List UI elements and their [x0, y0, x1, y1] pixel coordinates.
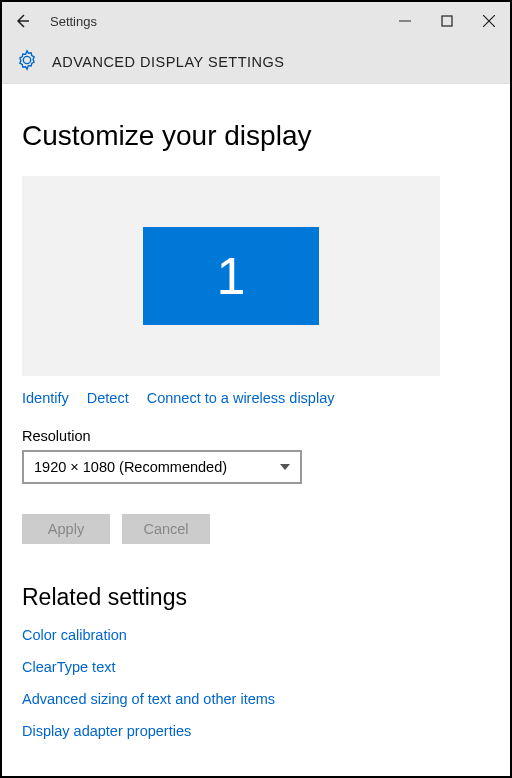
resolution-value: 1920 × 1080 (Recommended) [34, 459, 227, 475]
chevron-down-icon [280, 464, 290, 470]
resolution-dropdown[interactable]: 1920 × 1080 (Recommended) [22, 450, 302, 484]
detect-link[interactable]: Detect [87, 390, 129, 406]
monitor-number: 1 [217, 246, 246, 306]
identify-link[interactable]: Identify [22, 390, 69, 406]
advanced-sizing-link[interactable]: Advanced sizing of text and other items [22, 691, 490, 707]
close-icon [483, 15, 495, 27]
cancel-button: Cancel [122, 514, 210, 544]
page-header: ADVANCED DISPLAY SETTINGS [52, 54, 284, 70]
maximize-button[interactable] [426, 2, 468, 40]
titlebar: Settings [2, 2, 510, 40]
minimize-icon [399, 15, 411, 27]
svg-rect-1 [442, 16, 452, 26]
page-title: Customize your display [22, 120, 490, 152]
related-links: Color calibration ClearType text Advance… [22, 627, 490, 739]
window-controls [384, 2, 510, 40]
maximize-icon [441, 15, 453, 27]
display-adapter-link[interactable]: Display adapter properties [22, 723, 490, 739]
back-button[interactable] [8, 7, 36, 35]
button-row: Apply Cancel [22, 514, 490, 544]
header-bar: ADVANCED DISPLAY SETTINGS [2, 40, 510, 84]
apply-button: Apply [22, 514, 110, 544]
display-action-links: Identify Detect Connect to a wireless di… [22, 390, 490, 406]
cleartype-link[interactable]: ClearType text [22, 659, 490, 675]
gear-icon [16, 49, 38, 75]
color-calibration-link[interactable]: Color calibration [22, 627, 490, 643]
connect-wireless-link[interactable]: Connect to a wireless display [147, 390, 335, 406]
titlebar-left: Settings [8, 7, 97, 35]
minimize-button[interactable] [384, 2, 426, 40]
arrow-left-icon [13, 12, 31, 30]
related-heading: Related settings [22, 584, 490, 611]
window-title: Settings [50, 14, 97, 29]
monitor-1[interactable]: 1 [143, 227, 319, 325]
resolution-label: Resolution [22, 428, 490, 444]
monitor-preview-area: 1 [22, 176, 440, 376]
close-button[interactable] [468, 2, 510, 40]
content: Customize your display 1 Identify Detect… [2, 84, 510, 739]
